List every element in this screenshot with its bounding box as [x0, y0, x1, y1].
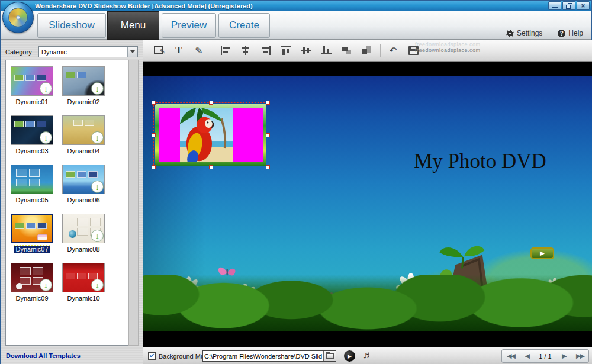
template-item[interactable]: ↓ Dynamic01 — [9, 66, 55, 107]
selected-photo-frame[interactable] — [153, 102, 268, 167]
frame-photo[interactable] — [180, 108, 233, 162]
add-text-button[interactable]: T — [171, 44, 186, 56]
photo-frame[interactable] — [155, 104, 266, 166]
template-thumbnail[interactable]: ↓ — [11, 115, 53, 145]
template-thumbnail[interactable]: ↓ — [11, 263, 53, 292]
align-middle-vertical-button[interactable] — [298, 44, 314, 56]
template-thumbnail[interactable]: ↓ — [62, 165, 105, 194]
menu-preview-area: My Photo DVD — [143, 62, 592, 347]
first-page-button[interactable]: ◀◀ — [507, 352, 514, 360]
template-thumbnail[interactable]: ↓ — [62, 214, 105, 243]
template-thumbnail[interactable]: ↓ — [62, 115, 105, 145]
menu-play-button[interactable]: ▶ — [530, 247, 554, 259]
align-left-button[interactable] — [218, 44, 233, 56]
undo-button[interactable]: ↶ — [385, 44, 401, 56]
template-item[interactable]: ↓ Dynamic02 — [60, 66, 107, 107]
download-icon: ↓ — [91, 82, 104, 95]
main-pane: ✎ T ✎ ↶ freedownloadsplace.com freedownl… — [143, 40, 592, 364]
help-button[interactable]: ? Help — [558, 29, 583, 37]
template-item[interactable]: ↓ Dynamic10 — [60, 263, 107, 303]
chevron-down-icon — [130, 50, 135, 53]
download-all-templates-link[interactable]: Download All Templates — [6, 352, 81, 359]
draw-button[interactable]: ✎ — [191, 44, 207, 56]
photo-strip — [66, 72, 86, 78]
pencil-icon: ✎ — [195, 45, 202, 56]
previous-page-button[interactable]: ◀ — [525, 352, 528, 360]
frame-panel-left — [159, 108, 180, 162]
resize-handle[interactable] — [266, 165, 270, 169]
edit-frame-button[interactable]: ✎ — [151, 44, 166, 56]
resize-handle[interactable] — [209, 101, 213, 105]
browse-button[interactable] — [323, 351, 336, 361]
template-thumbnail[interactable] — [11, 165, 53, 194]
template-label: Dynamic03 — [14, 147, 49, 154]
frame-panel-right — [233, 108, 263, 162]
resize-handle[interactable] — [152, 133, 156, 137]
template-list: ↓ Dynamic01 ↓ Dynamic02 ↓ Dynamic03 — [5, 60, 128, 346]
align-right-button[interactable] — [258, 44, 274, 56]
template-item[interactable]: ↓ Dynamic08 — [60, 214, 107, 254]
layer-order-button[interactable] — [359, 44, 374, 56]
template-item[interactable]: ↓ Dynamic09 — [9, 263, 55, 303]
align-top-button[interactable] — [278, 44, 294, 56]
dvd-menu-scene[interactable]: My Photo DVD — [143, 76, 592, 331]
resize-handle[interactable] — [266, 101, 270, 105]
same-size-button[interactable] — [339, 44, 354, 56]
template-label: Dynamic04 — [66, 147, 101, 154]
next-page-button[interactable]: ▶ — [562, 352, 565, 360]
category-dropdown[interactable]: Dynamic — [38, 46, 138, 57]
template-item[interactable]: ↓ Dynamic04 — [60, 115, 107, 156]
template-sidebar: Category Dynamic ↓ Dynamic01 ↓ Dynamic02 — [1, 40, 143, 364]
template-thumbnail[interactable]: ↓ — [11, 66, 53, 96]
template-label: Dynamic07 — [14, 246, 49, 253]
edit-frame-icon: ✎ — [154, 46, 163, 54]
bottom-control-bar: Background Music ▶ ♬ ◀◀ ◀ 1 / 1 ▶ ▶▶ — [143, 347, 592, 364]
download-icon: ↓ — [91, 230, 104, 242]
tab-slideshow[interactable]: Slideshow — [37, 13, 106, 38]
resize-handle[interactable] — [152, 165, 156, 169]
resize-handle[interactable] — [209, 165, 213, 169]
template-scrollbar[interactable] — [128, 60, 139, 346]
page-navigation: ◀◀ ◀ 1 / 1 ▶ ▶▶ — [501, 349, 589, 363]
template-thumbnail[interactable]: ↓ — [62, 66, 105, 96]
resize-handle[interactable] — [266, 133, 270, 137]
template-item[interactable]: ↓ Dynamic03 — [9, 115, 55, 156]
music-note-icon[interactable]: ♬ — [363, 349, 373, 361]
foliage-graphic — [143, 275, 592, 331]
tab-menu[interactable]: Menu — [107, 11, 159, 40]
dropdown-button[interactable] — [127, 47, 137, 57]
tab-preview[interactable]: Preview — [162, 13, 216, 38]
minimize-button[interactable] — [548, 1, 561, 10]
toolbar-separator — [380, 44, 381, 57]
restore-button[interactable] — [562, 1, 575, 10]
resize-handle[interactable] — [152, 101, 156, 105]
template-label: Dynamic02 — [66, 98, 101, 105]
template-item-selected[interactable]: Dynamic07 — [9, 214, 55, 254]
app-window: Wondershare DVD Slideshow Builder [Advan… — [0, 0, 592, 364]
play-music-button[interactable]: ▶ — [344, 350, 355, 362]
background-music-checkbox[interactable] — [148, 352, 156, 360]
align-center-horizontal-button[interactable] — [238, 44, 253, 56]
help-label: Help — [568, 29, 583, 37]
template-label: Dynamic05 — [14, 197, 49, 204]
align-bottom-button[interactable] — [318, 44, 334, 56]
last-page-button[interactable]: ▶▶ — [576, 352, 584, 360]
align-right-icon — [260, 46, 271, 55]
menu-title-text[interactable]: My Photo DVD — [402, 150, 558, 173]
music-path-input[interactable] — [203, 351, 323, 361]
template-label: Dynamic06 — [66, 197, 101, 204]
template-thumbnail[interactable] — [11, 214, 53, 243]
tab-create[interactable]: Create — [218, 13, 270, 38]
download-all-bar: Download All Templates — [1, 346, 143, 364]
title-bar[interactable]: Wondershare DVD Slideshow Builder [Advan… — [1, 1, 591, 11]
photo-strip — [66, 171, 98, 178]
template-item[interactable]: ↓ Dynamic06 — [60, 165, 107, 205]
template-thumbnail[interactable]: ↓ — [62, 263, 105, 292]
settings-button[interactable]: Settings — [506, 29, 542, 37]
download-icon: ↓ — [40, 279, 52, 291]
category-row: Category Dynamic — [1, 40, 143, 60]
close-button[interactable]: × — [577, 1, 590, 10]
template-item[interactable]: Dynamic05 — [9, 165, 55, 205]
help-icon: ? — [558, 30, 565, 37]
photo-frames — [66, 273, 98, 279]
